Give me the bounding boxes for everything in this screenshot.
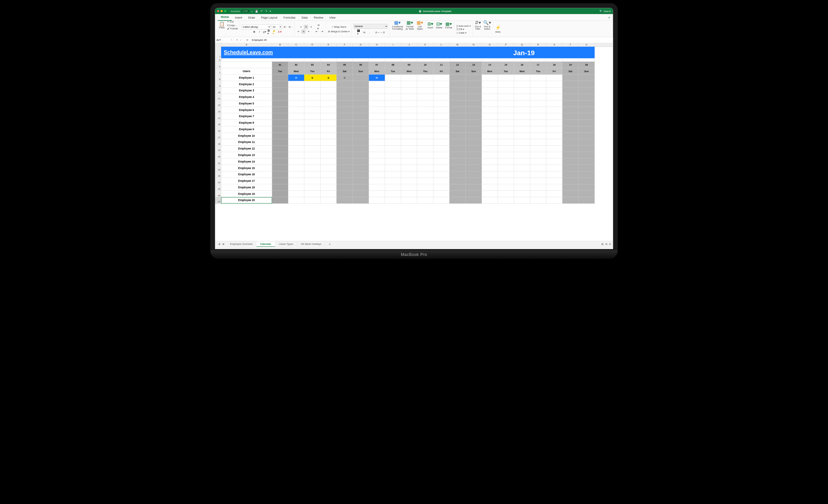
leave-cell[interactable] xyxy=(288,87,304,94)
column-header[interactable]: L xyxy=(433,43,449,47)
leave-cell[interactable] xyxy=(433,113,449,120)
leave-cell[interactable] xyxy=(337,126,353,132)
leave-cell[interactable] xyxy=(450,87,466,94)
row-header[interactable]: 20 xyxy=(215,152,221,159)
fill-color-button[interactable]: ◢ ▾ xyxy=(273,30,277,34)
align-right-icon[interactable]: ≡ xyxy=(306,29,310,33)
employee-name-cell[interactable]: Employee 9 xyxy=(221,126,272,132)
leave-cell[interactable] xyxy=(272,158,288,165)
leave-cell[interactable] xyxy=(353,100,369,107)
wrap-text-button[interactable]: ⤶ Wrap Text ▾ xyxy=(331,26,346,28)
leave-cell[interactable] xyxy=(514,197,530,204)
leave-cell[interactable] xyxy=(450,178,466,184)
leave-cell[interactable] xyxy=(304,120,320,126)
row-header[interactable]: 14 xyxy=(215,113,221,120)
leave-cell[interactable] xyxy=(530,178,546,184)
leave-cell[interactable] xyxy=(385,145,401,152)
leave-cell[interactable] xyxy=(498,184,514,191)
bold-button[interactable]: B xyxy=(252,30,256,34)
number-format-select[interactable]: General xyxy=(354,24,387,29)
leave-cell[interactable] xyxy=(450,94,466,100)
leave-cell[interactable] xyxy=(353,87,369,94)
leave-cell[interactable] xyxy=(353,191,369,197)
row-header[interactable]: 7 xyxy=(215,68,221,75)
leave-cell[interactable] xyxy=(320,87,336,94)
leave-cell[interactable] xyxy=(482,120,498,126)
leave-cell[interactable] xyxy=(466,152,482,159)
leave-cell[interactable] xyxy=(546,107,562,113)
leave-cell[interactable] xyxy=(272,171,288,178)
leave-cell[interactable] xyxy=(466,126,482,132)
leave-cell[interactable] xyxy=(272,152,288,159)
leave-cell[interactable] xyxy=(562,81,578,87)
leave-cell[interactable] xyxy=(498,145,514,152)
leave-cell[interactable] xyxy=(401,171,417,178)
leave-cell[interactable] xyxy=(466,132,482,139)
sort-filter-icon[interactable]: ⇵▾ xyxy=(475,20,481,26)
leave-cell[interactable] xyxy=(579,107,594,113)
leave-cell[interactable] xyxy=(353,178,369,184)
leave-cell[interactable] xyxy=(482,158,498,165)
leave-cell[interactable] xyxy=(304,100,320,107)
leave-cell[interactable] xyxy=(433,152,449,159)
leave-cell[interactable] xyxy=(304,191,320,197)
leave-cell[interactable] xyxy=(579,158,594,165)
leave-cell[interactable] xyxy=(546,152,562,159)
leave-cell[interactable] xyxy=(304,171,320,178)
format-cells-icon[interactable]: ▦▾ xyxy=(445,21,452,27)
merge-centre-button[interactable]: ⊞ Merge & Centre ▾ xyxy=(328,30,349,33)
sheet-tab[interactable]: Leave Types xyxy=(275,242,297,247)
leave-cell[interactable] xyxy=(562,94,578,100)
leave-cell[interactable] xyxy=(433,126,449,132)
leave-cell[interactable]: S xyxy=(320,75,336,81)
leave-cell[interactable] xyxy=(546,120,562,126)
leave-cell[interactable] xyxy=(369,145,385,152)
leave-cell[interactable] xyxy=(514,132,530,139)
leave-cell[interactable] xyxy=(450,132,466,139)
column-header[interactable]: C xyxy=(288,43,304,47)
leave-cell[interactable] xyxy=(530,75,546,81)
column-header[interactable]: M xyxy=(450,43,466,47)
leave-cell[interactable] xyxy=(482,191,498,197)
leave-cell[interactable] xyxy=(433,145,449,152)
column-header[interactable]: I xyxy=(385,43,401,47)
leave-cell[interactable] xyxy=(450,139,466,145)
leave-cell[interactable] xyxy=(369,184,385,191)
leave-cell[interactable] xyxy=(450,107,466,113)
next-sheet-icon[interactable]: ▶ xyxy=(221,243,226,246)
leave-cell[interactable] xyxy=(288,139,304,145)
leave-cell[interactable] xyxy=(530,107,546,113)
leave-cell[interactable] xyxy=(417,191,433,197)
column-header[interactable]: D xyxy=(304,43,320,47)
leave-cell[interactable] xyxy=(530,152,546,159)
leave-cell[interactable] xyxy=(320,132,336,139)
leave-cell[interactable] xyxy=(417,197,433,204)
ribbon-tab-data[interactable]: Data xyxy=(298,15,310,21)
column-header[interactable]: G xyxy=(353,43,369,47)
minimize-window-button[interactable] xyxy=(221,10,223,12)
leave-cell[interactable] xyxy=(369,107,385,113)
leave-cell[interactable] xyxy=(450,165,466,171)
customize-icon[interactable]: ▾ xyxy=(270,9,271,12)
leave-cell[interactable] xyxy=(546,87,562,94)
column-header[interactable]: R xyxy=(530,43,546,47)
column-header[interactable]: B xyxy=(272,43,288,47)
leave-cell[interactable] xyxy=(385,113,401,120)
leave-cell[interactable] xyxy=(288,178,304,184)
leave-cell[interactable] xyxy=(530,126,546,132)
fx-icon[interactable]: fx xyxy=(245,39,250,41)
leave-cell[interactable] xyxy=(288,94,304,100)
leave-cell[interactable] xyxy=(337,139,353,145)
leave-cell[interactable] xyxy=(498,171,514,178)
leave-cell[interactable] xyxy=(482,107,498,113)
underline-button[interactable]: U ▾ xyxy=(262,30,266,34)
leave-cell[interactable] xyxy=(498,165,514,171)
cancel-formula-icon[interactable]: ✕ xyxy=(236,39,238,41)
leave-cell[interactable] xyxy=(337,165,353,171)
paste-icon[interactable]: 📋 xyxy=(219,21,224,27)
autosum-button[interactable]: ∑ Auto-sum ▾ xyxy=(456,25,471,27)
leave-cell[interactable]: H xyxy=(369,75,385,81)
leave-cell[interactable] xyxy=(401,132,417,139)
row-header[interactable]: 22 xyxy=(215,165,221,171)
leave-cell[interactable] xyxy=(530,113,546,120)
